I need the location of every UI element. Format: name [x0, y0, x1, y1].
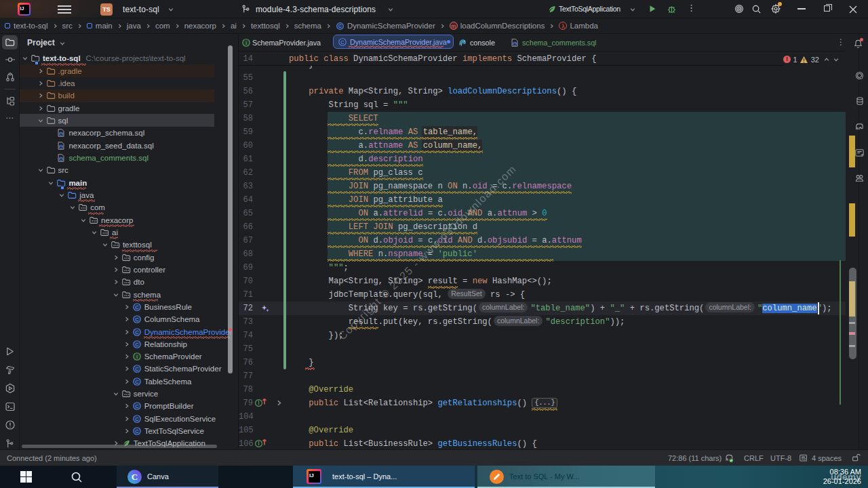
svg-text:I: I: [258, 441, 260, 447]
svg-text:I: I: [258, 400, 260, 406]
